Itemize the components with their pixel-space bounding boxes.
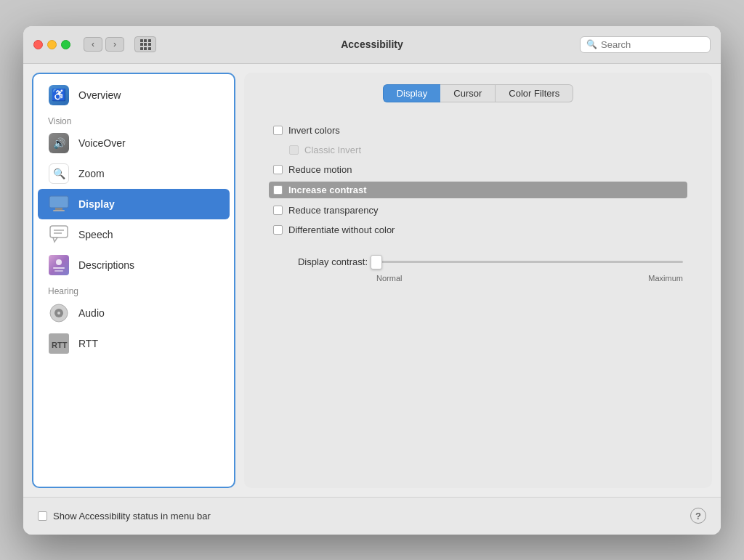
- classic-invert-label: Classic Invert: [304, 145, 361, 155]
- search-icon: 🔍: [586, 39, 597, 49]
- voiceover-icon: 🔊: [48, 132, 70, 154]
- accessibility-status-checkbox[interactable]: [38, 511, 47, 521]
- accessibility-icon: ♿: [48, 84, 70, 106]
- slider-max-label: Maximum: [648, 274, 683, 283]
- checkbox-row-differentiate: Differentiate without color: [273, 222, 683, 238]
- reduce-motion-label: Reduce motion: [288, 164, 352, 175]
- svg-rect-2: [53, 210, 65, 211]
- tab-bar: Display Cursor Color Filters: [244, 73, 712, 111]
- back-button[interactable]: ‹: [84, 37, 102, 52]
- accessibility-status-label: Show Accessibility status in menu bar: [53, 511, 211, 522]
- invert-colors-checkbox[interactable]: [273, 126, 283, 135]
- nav-buttons: ‹ ›: [84, 37, 124, 52]
- audio-icon: [48, 302, 70, 324]
- sidebar-label-audio: Audio: [78, 307, 105, 319]
- descriptions-icon: [48, 254, 70, 276]
- slider-labels-row: Normal Maximum: [376, 274, 683, 283]
- traffic-lights: [33, 40, 70, 49]
- tab-display[interactable]: Display: [383, 84, 441, 102]
- sidebar-item-display[interactable]: Display: [38, 189, 230, 219]
- increase-contrast-label: Increase contrast: [288, 184, 367, 195]
- checkbox-row-classic-invert: Classic Invert: [273, 142, 683, 158]
- svg-marker-4: [53, 238, 57, 242]
- reduce-transparency-checkbox[interactable]: [273, 206, 283, 215]
- sidebar-section-vision: Vision: [33, 110, 234, 128]
- svg-rect-9: [53, 267, 65, 269]
- sidebar-label-voiceover: VoiceOver: [78, 137, 126, 149]
- sidebar-label-speech: Speech: [78, 229, 113, 240]
- grid-view-button[interactable]: [134, 36, 156, 52]
- display-contrast-label: Display contrast:: [273, 256, 368, 267]
- search-box[interactable]: 🔍: [580, 36, 711, 53]
- sidebar-label-display: Display: [78, 198, 115, 210]
- tab-color-filters[interactable]: Color Filters: [496, 84, 573, 102]
- reduce-motion-checkbox[interactable]: [273, 165, 283, 174]
- slider-min-label: Normal: [376, 274, 402, 283]
- svg-text:RTT: RTT: [52, 341, 68, 349]
- window-title: Accessibility: [341, 38, 403, 50]
- svg-rect-1: [55, 208, 62, 210]
- forward-button[interactable]: ›: [105, 37, 124, 52]
- svg-point-13: [57, 312, 60, 315]
- slider-section: Display contrast: Normal Maximum: [273, 253, 683, 283]
- titlebar: ‹ › Accessibility 🔍: [23, 26, 721, 64]
- rtt-icon: RTT: [48, 333, 70, 354]
- slider-row: Display contrast:: [273, 253, 683, 271]
- sidebar-label-descriptions: Descriptions: [78, 259, 134, 271]
- checkbox-row-reduce-motion: Reduce motion: [273, 162, 683, 177]
- sidebar-item-descriptions[interactable]: Descriptions: [38, 250, 230, 280]
- zoom-icon: 🔍: [48, 163, 70, 184]
- slider-container: [376, 253, 683, 271]
- main-content: ♿ Overview Vision 🔊 VoiceOver 🔍 Zoom: [23, 64, 721, 497]
- main-window: ‹ › Accessibility 🔍 ♿ Overview: [23, 26, 721, 535]
- svg-rect-0: [49, 196, 68, 208]
- maximize-button[interactable]: [61, 40, 70, 49]
- sidebar-label-zoom: Zoom: [78, 168, 105, 179]
- tab-cursor[interactable]: Cursor: [440, 84, 496, 102]
- sidebar-section-hearing: Hearing: [33, 280, 234, 298]
- sidebar-label-rtt: RTT: [78, 338, 98, 349]
- sidebar-item-voiceover[interactable]: 🔊 VoiceOver: [38, 128, 230, 158]
- slider-thumb[interactable]: [371, 255, 382, 269]
- reduce-transparency-label: Reduce transparency: [288, 205, 379, 216]
- checkbox-row-reduce-transparency: Reduce transparency: [273, 203, 683, 218]
- sidebar-item-rtt[interactable]: RTT RTT: [38, 328, 230, 359]
- bottom-bar: Show Accessibility status in menu bar ?: [23, 497, 721, 535]
- checkbox-row-invert-colors: Invert colors: [273, 123, 683, 138]
- checkbox-row-increase-contrast: Increase contrast: [269, 182, 687, 198]
- sidebar-item-audio[interactable]: Audio: [38, 298, 230, 328]
- display-icon: [48, 193, 70, 215]
- svg-rect-3: [50, 226, 68, 238]
- sidebar-item-overview[interactable]: ♿ Overview: [38, 80, 230, 110]
- svg-point-8: [56, 259, 62, 265]
- right-panel: Display Cursor Color Filters Invert colo…: [244, 73, 712, 488]
- differentiate-checkbox[interactable]: [273, 225, 283, 235]
- help-button[interactable]: ?: [690, 508, 706, 524]
- sidebar-item-speech[interactable]: Speech: [38, 219, 230, 250]
- search-input[interactable]: [601, 39, 704, 50]
- sidebar-label-overview: Overview: [78, 89, 121, 101]
- panel-content: Invert colors Classic Invert Reduce moti…: [244, 111, 712, 488]
- slider-track: [376, 261, 683, 263]
- grid-icon: [140, 39, 151, 50]
- invert-colors-label: Invert colors: [288, 125, 340, 136]
- sidebar-item-zoom[interactable]: 🔍 Zoom: [38, 158, 230, 189]
- speech-icon: [48, 224, 70, 245]
- close-button[interactable]: [33, 40, 43, 49]
- differentiate-label: Differentiate without color: [288, 224, 395, 235]
- sidebar: ♿ Overview Vision 🔊 VoiceOver 🔍 Zoom: [32, 73, 235, 488]
- minimize-button[interactable]: [47, 40, 57, 49]
- svg-rect-10: [54, 270, 63, 272]
- classic-invert-checkbox[interactable]: [289, 145, 299, 155]
- increase-contrast-checkbox[interactable]: [273, 185, 283, 195]
